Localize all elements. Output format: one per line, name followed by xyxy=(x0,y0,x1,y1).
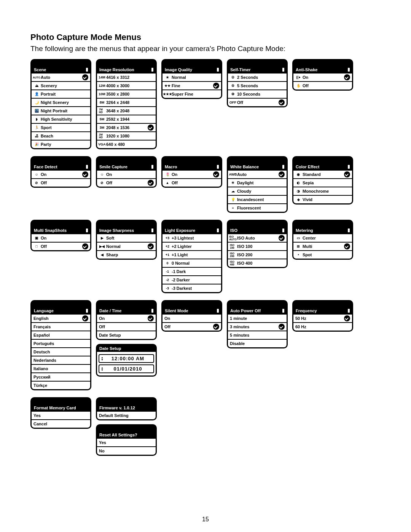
metering-item-icon: • xyxy=(295,253,301,257)
multisnap-item[interactable]: □Off xyxy=(32,243,90,250)
scene-item[interactable]: ◗High Sensitivity xyxy=(32,115,90,124)
wb-item[interactable]: ≡Fluorescent xyxy=(228,204,287,212)
format-item[interactable]: Cancel xyxy=(32,420,90,428)
silent-item[interactable]: Off xyxy=(162,323,221,331)
resolution-item[interactable]: 3M2048 x 1536 xyxy=(97,124,156,132)
sharpness-item-label: Sharp xyxy=(106,252,148,257)
silent-item[interactable]: On xyxy=(162,315,221,323)
sharpness-item-icon: ◀ xyxy=(99,253,105,257)
autopower-item[interactable]: Disable xyxy=(228,340,287,347)
iso-item[interactable]: ISO 400ISO 400 xyxy=(228,259,287,267)
multisnap-item-label: On xyxy=(41,236,82,240)
sharpness-item[interactable]: ◀Sharp xyxy=(97,251,156,259)
resolution-item[interactable]: 2M HD1920 x 1080 xyxy=(97,132,156,141)
resolution-item[interactable]: 14M4416 x 3312 xyxy=(97,73,156,82)
exposure-item[interactable]: +1+1 Light xyxy=(162,251,221,259)
macro-item[interactable]: 🌷On xyxy=(162,171,221,179)
datesetup-date-field[interactable]: ▲▼ 01/01/2010 xyxy=(99,364,154,373)
resolution-item[interactable]: 12M4000 x 3000 xyxy=(97,82,156,90)
antishake-item[interactable]: ((●On xyxy=(293,73,352,82)
macro-item[interactable]: ▲Off xyxy=(162,179,221,187)
coloreffect-title: Color Effect xyxy=(293,163,352,171)
exposure-item[interactable]: -3-3 Darkest xyxy=(162,284,221,292)
reset-item[interactable]: No xyxy=(97,447,156,455)
quality-item[interactable]: ★Normal xyxy=(162,73,221,82)
exposure-item[interactable]: -1-1 Dark xyxy=(162,268,221,276)
language-item[interactable]: Português xyxy=(32,340,90,348)
autopower-item[interactable]: 5 minutes xyxy=(228,331,287,340)
coloreffect-item[interactable]: ◈Vivid xyxy=(293,196,352,203)
scene-item[interactable]: 🎉Party xyxy=(32,141,90,148)
iso-item[interactable]: ISO AUTOISO Auto xyxy=(228,234,287,243)
selftimer-item[interactable]: ②2 Seconds xyxy=(228,73,287,82)
language-item[interactable]: Français xyxy=(32,323,90,331)
coloreffect-item[interactable]: ◐Sepia xyxy=(293,179,352,187)
facedetect-item[interactable]: ☺On xyxy=(32,171,90,179)
language-item[interactable]: Русский xyxy=(32,373,90,382)
language-item[interactable]: Türkçe xyxy=(32,382,90,389)
wb-item[interactable]: ☀Daylight xyxy=(228,179,287,187)
resolution-item[interactable]: 10M3500 x 2800 xyxy=(97,90,156,99)
autopower-item[interactable]: 3 minutes xyxy=(228,323,287,331)
exposure-item[interactable]: 00 Normal xyxy=(162,259,221,268)
language-item[interactable]: Español xyxy=(32,331,90,340)
resolution-item[interactable]: 5M2592 x 1944 xyxy=(97,115,156,124)
resolution-item[interactable]: VGA640 x 480 xyxy=(97,141,156,148)
datetime_menu-item[interactable]: On xyxy=(97,315,156,323)
language-item[interactable]: Nederlands xyxy=(32,356,90,365)
frequency-item[interactable]: 60 Hz xyxy=(293,323,352,331)
wb-item[interactable]: 💡Incandescent xyxy=(228,196,287,204)
metering-item[interactable]: •Spot xyxy=(293,251,352,259)
scene-item[interactable]: AUTOAuto xyxy=(32,73,90,82)
language-item[interactable]: Deutsch xyxy=(32,348,90,356)
resolution-item[interactable]: 8M3264 x 2448 xyxy=(97,99,156,107)
metering-item[interactable]: ⊞Multi xyxy=(293,243,352,251)
scene-item[interactable]: 🏃Sport xyxy=(32,124,90,132)
format-item[interactable]: Yes xyxy=(32,412,90,420)
reset-item[interactable]: Yes xyxy=(97,439,156,447)
iso-item[interactable]: ISO 200ISO 200 xyxy=(228,251,287,259)
antishake-item-label: Off xyxy=(303,83,344,88)
coloreffect-item[interactable]: ◑Monochrome xyxy=(293,187,352,196)
coloreffect-item[interactable]: ◉Standard xyxy=(293,171,352,179)
smile-item[interactable]: ⊘Off xyxy=(97,179,156,187)
check-icon xyxy=(213,74,219,80)
scene-item[interactable]: 🌙Night Scenery xyxy=(32,99,90,107)
quality-item[interactable]: ★★Fine xyxy=(162,82,221,90)
datesetup-time-field[interactable]: ▲▼ 12:00:00 AM xyxy=(99,354,154,363)
resolution-item[interactable]: 7M HD3648 x 2048 xyxy=(97,107,156,115)
firmware-item[interactable]: Default Setting xyxy=(97,412,156,419)
smile-item[interactable]: ☺On xyxy=(97,171,156,179)
wb-item[interactable]: AWBAuto xyxy=(228,171,287,179)
facedetect-item[interactable]: ⊘Off xyxy=(32,179,90,187)
selftimer-item[interactable]: OFFOff xyxy=(228,99,287,106)
multisnap-item[interactable]: ▣On xyxy=(32,234,90,243)
datetime_menu-item[interactable]: Date Setup xyxy=(97,331,156,339)
exposure-item[interactable]: +3+3 Lightest xyxy=(162,234,221,243)
scene-item[interactable]: 🏖Beach xyxy=(32,132,90,141)
check-icon xyxy=(82,315,88,321)
frequency-item[interactable]: 50 Hz xyxy=(293,315,352,323)
datetime_menu-item[interactable]: Off xyxy=(97,323,156,331)
metering-item[interactable]: ▭Center xyxy=(293,234,352,243)
quality-item[interactable]: ★★★Super Fine xyxy=(162,90,221,98)
exposure-item[interactable]: -2-2 Darker xyxy=(162,276,221,284)
check-icon xyxy=(82,141,88,147)
iso-item-icon: ISO AUTO xyxy=(230,235,236,241)
language-item[interactable]: Italiano xyxy=(32,365,90,373)
wb-item[interactable]: ☁Cloudy xyxy=(228,187,287,196)
scene-item[interactable]: 👤Portrait xyxy=(32,90,90,99)
autopower-item[interactable]: 1 minute xyxy=(228,315,287,323)
scene-item[interactable]: ⛰Scenery xyxy=(32,82,90,90)
selftimer-item[interactable]: ⑤5 Seconds xyxy=(228,82,287,90)
antishake-item[interactable]: ✋Off xyxy=(293,82,352,89)
sharpness-item[interactable]: ▶◀Normal xyxy=(97,243,156,251)
scene-item[interactable]: 🌃Night Portrait xyxy=(32,107,90,115)
selftimer-item[interactable]: ⑩10 Seconds xyxy=(228,90,287,99)
exposure-item[interactable]: +2+2 Lighter xyxy=(162,243,221,251)
iso-item[interactable]: ISO 100ISO 100 xyxy=(228,243,287,251)
check-icon xyxy=(213,260,219,266)
language-item[interactable]: English xyxy=(32,315,90,323)
check-icon xyxy=(82,74,88,80)
sharpness-item[interactable]: ▶Soft xyxy=(97,234,156,243)
